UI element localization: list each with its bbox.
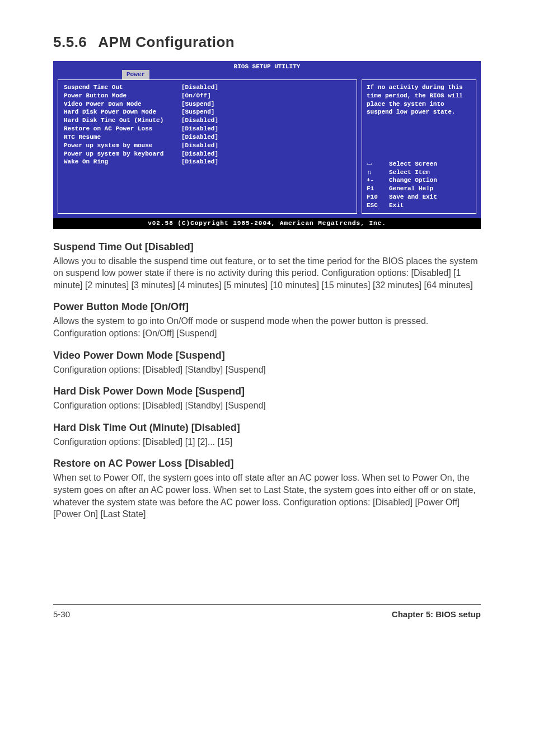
- subsection-heading: Suspend Time Out [Disabled]: [53, 241, 481, 253]
- section-number: 5.5.6: [53, 34, 87, 50]
- bios-setting-label: Video Power Down Mode: [64, 100, 181, 109]
- bios-key-label: Select Screen: [389, 160, 437, 168]
- bios-tab-power: Power: [122, 70, 149, 79]
- page-footer: 5-30 Chapter 5: BIOS setup: [53, 609, 481, 619]
- bios-key-sym: ESC: [367, 201, 389, 210]
- subsection-heading: Hard Disk Power Down Mode [Suspend]: [53, 386, 481, 397]
- bios-setting-value: [Disabled]: [181, 150, 351, 158]
- bios-setting-label: RTC Resume: [64, 133, 181, 142]
- bios-key-row: F10Save and Exit: [367, 193, 471, 201]
- bios-setting-value: [Disabled]: [181, 158, 351, 166]
- subsection-heading: Video Power Down Mode [Suspend]: [53, 350, 481, 361]
- bios-setting-value: [On/Off]: [181, 92, 351, 100]
- chapter-label: Chapter 5: BIOS setup: [392, 609, 481, 619]
- bios-setting-value: [Disabled]: [181, 83, 351, 92]
- bios-key-row: +-Change Option: [367, 176, 471, 185]
- subsection-body: Allows the system to go into On/Off mode…: [53, 315, 481, 339]
- bios-setting-row: Suspend Time Out[Disabled]: [64, 83, 351, 92]
- bios-title: BIOS SETUP UTILITY: [53, 61, 481, 71]
- bios-setting-row: Wake On Ring[Disabled]: [64, 158, 351, 166]
- subsection-body: Configuration options: [Disabled] [Stand…: [53, 400, 481, 412]
- bios-key-sym: F1: [367, 185, 389, 193]
- bios-setting-row: Restore on AC Power Loss[Disabled]: [64, 125, 351, 133]
- bios-key-label: Exit: [389, 201, 404, 210]
- subsection-heading: Power Button Mode [On/Off]: [53, 301, 481, 313]
- bios-setting-row: Video Power Down Mode[Suspend]: [64, 100, 351, 109]
- bios-key-sym: +-: [367, 176, 389, 185]
- section-name: APM Configuration: [98, 34, 235, 50]
- bios-setting-row: Power Button Mode[On/Off]: [64, 92, 351, 100]
- bios-key-label: Change Option: [389, 176, 437, 185]
- bios-setting-row: Power up system by mouse[Disabled]: [64, 142, 351, 150]
- bios-key-row: Select Screen: [367, 160, 471, 168]
- bios-copyright: v02.58 (C)Copyright 1985-2004, American …: [53, 218, 481, 229]
- footer-divider: [53, 604, 481, 605]
- bios-help-text: If no activity during this time period, …: [367, 83, 471, 116]
- subsection-body: Configuration options: [Disabled] [Stand…: [53, 364, 481, 376]
- bios-setting-label: Power Button Mode: [64, 92, 181, 100]
- bios-setting-value: [Suspend]: [181, 100, 351, 109]
- bios-help-panel: If no activity during this time period, …: [362, 79, 476, 214]
- bios-key-row: ESCExit: [367, 201, 471, 210]
- bios-setting-label: Power up system by keyboard: [64, 150, 181, 158]
- page-number: 5-30: [53, 609, 70, 619]
- bios-setting-value: [Suspend]: [181, 108, 351, 116]
- subsection-body: Allows you to disable the suspend time o…: [53, 255, 481, 292]
- bios-setting-value: [Disabled]: [181, 142, 351, 150]
- bios-setting-label: Hard Disk Power Down Mode: [64, 108, 181, 116]
- bios-key-row: F1General Help: [367, 185, 471, 193]
- bios-key-sym: F10: [367, 193, 389, 201]
- bios-screenshot: BIOS SETUP UTILITY Power Suspend Time Ou…: [53, 61, 481, 229]
- bios-setting-label: Restore on AC Power Loss: [64, 125, 181, 133]
- bios-setting-value: [Disabled]: [181, 116, 351, 125]
- bios-setting-row: Hard Disk Power Down Mode[Suspend]: [64, 108, 351, 116]
- bios-setting-row: RTC Resume[Disabled]: [64, 133, 351, 142]
- bios-setting-label: Hard Disk Time Out (Minute): [64, 116, 181, 125]
- arrows-up-down-icon: [367, 169, 371, 176]
- bios-key-label: General Help: [389, 185, 433, 193]
- bios-key-label: Save and Exit: [389, 193, 437, 201]
- bios-tab-row: Power: [53, 71, 481, 79]
- subsection-body: When set to Power Off, the system goes i…: [53, 472, 481, 520]
- subsection-heading: Restore on AC Power Loss [Disabled]: [53, 458, 481, 469]
- bios-key-legend: Select Screen Select Item +-Change Optio…: [367, 160, 471, 210]
- subsection-body: Configuration options: [Disabled] [1] [2…: [53, 436, 481, 448]
- bios-setting-row: Hard Disk Time Out (Minute)[Disabled]: [64, 116, 351, 125]
- bios-setting-label: Suspend Time Out: [64, 83, 181, 92]
- bios-settings-panel: Suspend Time Out[Disabled] Power Button …: [58, 79, 357, 214]
- bios-key-row: Select Item: [367, 168, 471, 177]
- arrows-left-right-icon: [367, 161, 371, 167]
- bios-key-label: Select Item: [389, 168, 430, 177]
- bios-setting-label: Wake On Ring: [64, 158, 181, 166]
- bios-setting-value: [Disabled]: [181, 125, 351, 133]
- subsection-heading: Hard Disk Time Out (Minute) [Disabled]: [53, 422, 481, 434]
- bios-setting-value: [Disabled]: [181, 133, 351, 142]
- bios-setting-row: Power up system by keyboard[Disabled]: [64, 150, 351, 158]
- section-title: 5.5.6APM Configuration: [53, 34, 481, 51]
- bios-setting-label: Power up system by mouse: [64, 142, 181, 150]
